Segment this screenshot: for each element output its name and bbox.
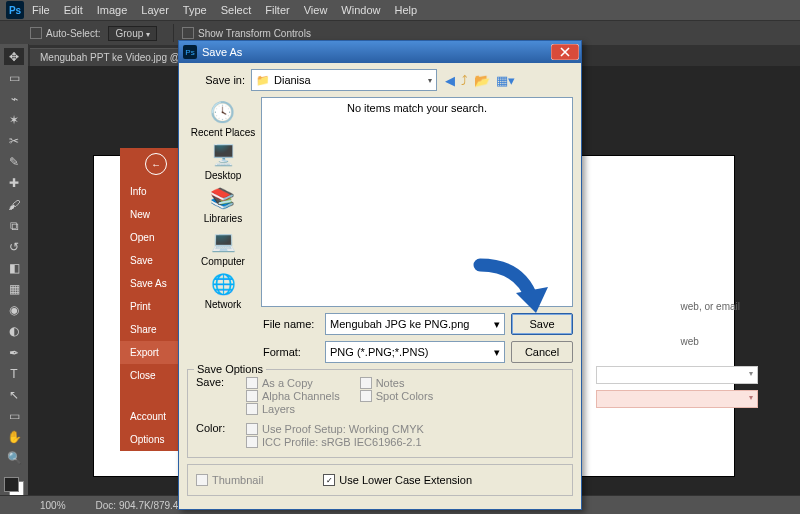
place-computer[interactable]: 💻Computer [201,228,245,267]
up-icon[interactable]: ⤴ [461,73,468,88]
color-sub-label: Color: [196,422,246,449]
menubar: Ps File Edit Image Layer Type Select Fil… [0,0,800,20]
as-copy-checkbox: As a Copy [246,377,340,389]
desktop-icon: 🖥️ [208,142,238,168]
place-libraries[interactable]: 📚Libraries [204,185,242,224]
color-swatches[interactable] [4,477,24,496]
menu-view[interactable]: View [304,4,328,16]
zoom-tool[interactable]: 🔍 [4,450,24,467]
network-icon: 🌐 [208,271,238,297]
menu-select[interactable]: Select [221,4,252,16]
spot-checkbox: Spot Colors [360,390,433,402]
auto-select-label: Auto-Select: [46,28,100,39]
thumbnail-checkbox: Thumbnail [196,474,263,486]
format-dropdown[interactable]: PNG (*.PNG;*.PNS)▾ [325,341,505,363]
back-icon[interactable]: ◀ [445,73,455,88]
menu-help[interactable]: Help [394,4,417,16]
libraries-icon: 📚 [208,185,238,211]
notes-checkbox: Notes [360,377,433,389]
save-options-legend: Save Options [194,363,266,375]
menu-type[interactable]: Type [183,4,207,16]
file-list[interactable]: No items match your search. [261,97,573,307]
view-menu-icon[interactable]: ▦▾ [496,73,515,88]
auto-select-checkbox[interactable] [30,27,42,39]
dialog-title: Save As [202,46,242,58]
cancel-button[interactable]: Cancel [511,341,573,363]
hand-tool[interactable]: ✋ [4,429,24,446]
doc-size: Doc: 904.7K/879.4K [96,500,186,511]
show-transform-checkbox[interactable] [182,27,194,39]
pen-tool[interactable]: ✒ [4,344,24,361]
bg-dropdown-1: ▾ [596,366,758,384]
zoom-level[interactable]: 100% [40,500,66,511]
save-in-label: Save in: [187,74,245,86]
menu-image[interactable]: Image [97,4,128,16]
tools-panel: ✥ ▭ ⌁ ✶ ✂ ✎ ✚ 🖌 ⧉ ↺ ◧ ▦ ◉ ◐ ✒ T ↖ ▭ ✋ 🔍 [0,44,29,496]
shape-tool[interactable]: ▭ [4,407,24,424]
history-brush-tool[interactable]: ↺ [4,238,24,255]
save-as-dialog: Ps Save As Save in: 📁Dianisa ▾ ◀ ⤴ 📂 ▦▾ [178,40,582,510]
format-label: Format: [253,346,319,358]
type-tool[interactable]: T [4,365,24,382]
icc-checkbox: ICC Profile: sRGB IEC61966-2.1 [246,436,424,448]
alpha-checkbox: Alpha Channels [246,390,340,402]
new-folder-icon[interactable]: 📂 [474,73,490,88]
filename-label: File name: [253,318,319,330]
proof-checkbox: Use Proof Setup: Working CMYK [246,423,424,435]
folder-icon: 📁 [256,74,270,87]
lowercase-checkbox[interactable]: ✓Use Lower Case Extension [323,474,472,486]
move-tool[interactable]: ✥ [4,48,24,65]
places-bar: 🕓Recent Places 🖥️Desktop 📚Libraries 💻Com… [187,97,259,307]
bg-dropdown-2: ▾ [596,390,758,408]
recent-icon: 🕓 [208,99,238,125]
thumbnail-group: Thumbnail ✓Use Lower Case Extension [187,464,573,496]
place-network[interactable]: 🌐Network [205,271,242,310]
blur-tool[interactable]: ◉ [4,302,24,319]
filename-input[interactable]: Mengubah JPG ke PNG.png▾ [325,313,505,335]
menu-file[interactable]: File [32,4,50,16]
heal-tool[interactable]: ✚ [4,175,24,192]
lasso-tool[interactable]: ⌁ [4,90,24,107]
save-sub-label: Save: [196,376,246,416]
photoshop-window: Ps File Edit Image Layer Type Select Fil… [0,0,800,514]
auto-select-dropdown[interactable]: Group ▾ [108,26,157,41]
crop-tool[interactable]: ✂ [4,133,24,150]
menu-filter[interactable]: Filter [265,4,289,16]
brush-tool[interactable]: 🖌 [4,196,24,213]
dialog-titlebar: Ps Save As [179,41,581,63]
path-tool[interactable]: ↖ [4,386,24,403]
menu-edit[interactable]: Edit [64,4,83,16]
stamp-tool[interactable]: ⧉ [4,217,24,234]
empty-message: No items match your search. [262,102,572,114]
dialog-icon: Ps [183,45,197,59]
eyedropper-tool[interactable]: ✎ [4,154,24,171]
close-button[interactable] [551,44,579,60]
place-recent[interactable]: 🕓Recent Places [191,99,255,138]
save-options-group: Save Options Save: As a Copy Alpha Chann… [187,369,573,458]
menu-layer[interactable]: Layer [141,4,169,16]
wand-tool[interactable]: ✶ [4,111,24,128]
menu-window[interactable]: Window [341,4,380,16]
gradient-tool[interactable]: ▦ [4,281,24,298]
place-desktop[interactable]: 🖥️Desktop [205,142,242,181]
app-logo: Ps [6,1,24,19]
eraser-tool[interactable]: ◧ [4,259,24,276]
save-in-dropdown[interactable]: 📁Dianisa ▾ [251,69,437,91]
save-button[interactable]: Save [511,313,573,335]
layers-checkbox: Layers [246,403,340,415]
computer-icon: 💻 [208,228,238,254]
bg-text-1: web, or email [681,301,740,312]
bg-text-2: web [681,336,740,347]
dodge-tool[interactable]: ◐ [4,323,24,340]
show-transform-label: Show Transform Controls [198,28,311,39]
marquee-tool[interactable]: ▭ [4,69,24,86]
